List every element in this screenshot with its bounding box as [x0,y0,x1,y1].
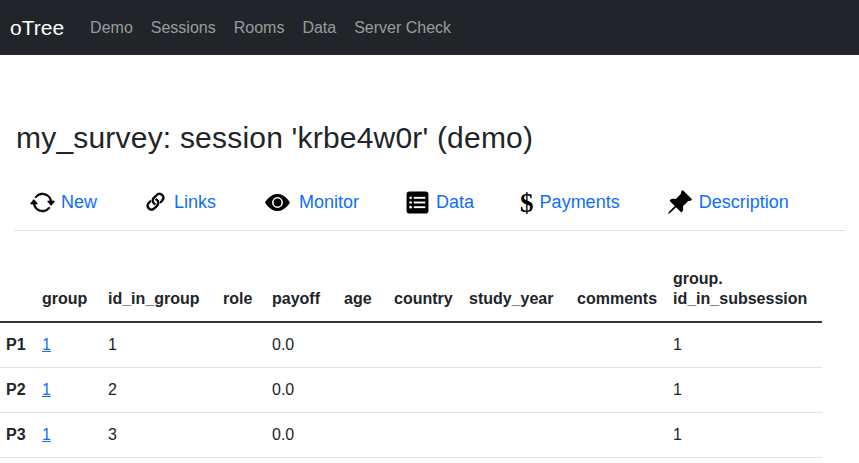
tab-payments[interactable]: $ Payments [520,191,620,215]
navbar-links: Demo Sessions Rooms Data Server Check [81,11,460,45]
cell-payoff: 0.0 [266,413,338,458]
tab-links-label: Links [174,192,216,213]
nav-item-demo[interactable]: Demo [81,11,142,45]
tab-data[interactable]: Data [405,190,474,215]
cell-group-id-in-subsession: 1 [667,322,822,368]
header-role: role [217,251,266,322]
tab-links[interactable]: Links [143,190,216,215]
group-link[interactable]: 1 [42,381,51,398]
group-link[interactable]: 1 [42,426,51,443]
cell-age [338,368,388,413]
participant-label: P2 [0,368,36,413]
tab-new-label: New [61,192,97,213]
top-navbar: oTree Demo Sessions Rooms Data Server Ch… [0,0,859,55]
cell-role [217,322,266,368]
cell-study-year [463,368,571,413]
list-icon [405,190,430,215]
cell-country [388,368,463,413]
refresh-icon [30,190,55,215]
table-row: P1 1 1 0.0 1 [0,322,822,368]
dollar-icon: $ [520,191,534,215]
cell-comments [571,368,667,413]
cell-group-id-in-subsession: 1 [667,413,822,458]
tab-monitor[interactable]: Monitor [262,190,359,215]
cell-id-in-group: 3 [102,413,217,458]
table-row: P2 1 2 0.0 1 [0,368,822,413]
nav-item-data[interactable]: Data [293,11,345,45]
link-icon [143,190,168,215]
cell-study-year [463,413,571,458]
table-row: P3 1 3 0.0 1 [0,413,822,458]
header-comments: comments [571,251,667,322]
cell-comments [571,322,667,368]
header-country: country [388,251,463,322]
tab-data-label: Data [436,192,474,213]
otree-brand[interactable]: oTree [10,16,64,40]
session-tab-bar: New Links Monitor [14,189,845,231]
cell-age [338,322,388,368]
table-header-row: group id_in_group role payoff age countr… [0,251,822,322]
cell-payoff: 0.0 [266,322,338,368]
cell-comments [571,413,667,458]
nav-item-rooms[interactable]: Rooms [225,11,294,45]
cell-country [388,322,463,368]
header-row-label [0,251,36,322]
header-study-year: study_year [463,251,571,322]
participants-table: group id_in_group role payoff age countr… [0,251,822,458]
cell-role [217,413,266,458]
tab-monitor-label: Monitor [299,192,359,213]
cell-age [338,413,388,458]
tab-description[interactable]: Description [666,189,789,216]
nav-item-server-check[interactable]: Server Check [345,11,460,45]
cell-group-id-in-subsession: 1 [667,368,822,413]
cell-id-in-group: 2 [102,368,217,413]
cell-id-in-group: 1 [102,322,217,368]
header-age: age [338,251,388,322]
nav-item-sessions[interactable]: Sessions [142,11,225,45]
participant-label: P1 [0,322,36,368]
cell-role [217,368,266,413]
tab-description-label: Description [699,192,789,213]
cell-study-year [463,322,571,368]
group-link[interactable]: 1 [42,336,51,353]
header-id-in-group: id_in_group [102,251,217,322]
tab-payments-label: Payments [540,192,620,213]
tab-new[interactable]: New [30,190,97,215]
page-title: my_survey: session 'krbe4w0r' (demo) [0,55,859,155]
cell-country [388,413,463,458]
header-payoff: payoff [266,251,338,322]
pin-icon [666,189,693,216]
header-group: group [36,251,102,322]
header-group-id-in-subsession: group. id_in_subsession [667,251,822,322]
cell-payoff: 0.0 [266,368,338,413]
eye-icon [262,190,293,215]
participant-label: P3 [0,413,36,458]
